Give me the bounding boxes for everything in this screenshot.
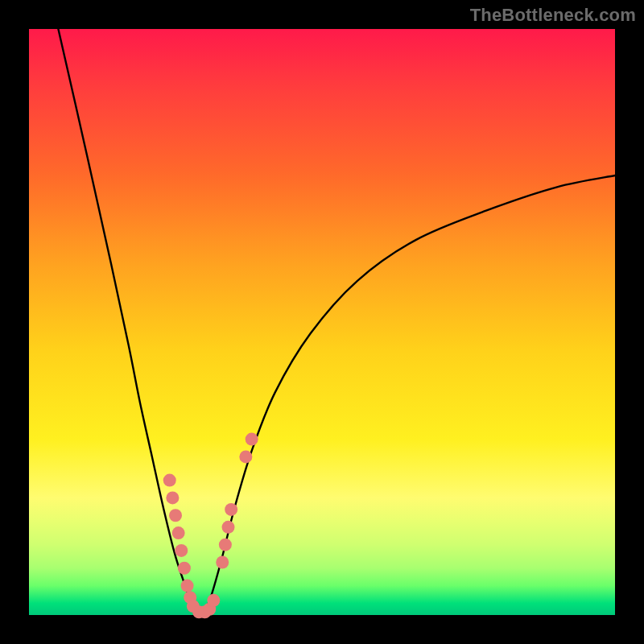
- watermark: TheBottleneck.com: [470, 5, 636, 26]
- data-marker: [163, 474, 176, 487]
- data-marker: [166, 491, 179, 504]
- plot-area: [29, 29, 615, 615]
- chart-container: TheBottleneck.com: [0, 0, 644, 644]
- data-marker: [246, 433, 258, 446]
- data-marker: [175, 544, 188, 557]
- data-marker: [181, 580, 194, 592]
- data-marker: [219, 539, 232, 551]
- data-marker: [207, 594, 220, 607]
- data-marker: [225, 503, 237, 516]
- data-marker: [178, 562, 191, 575]
- bottleneck-curve: [58, 29, 615, 615]
- data-marker: [216, 555, 229, 568]
- data-markers: [163, 433, 258, 619]
- data-marker: [239, 450, 252, 463]
- chart-overlay: [29, 29, 615, 615]
- data-marker: [222, 521, 235, 534]
- data-marker: [169, 509, 182, 522]
- data-marker: [172, 526, 185, 539]
